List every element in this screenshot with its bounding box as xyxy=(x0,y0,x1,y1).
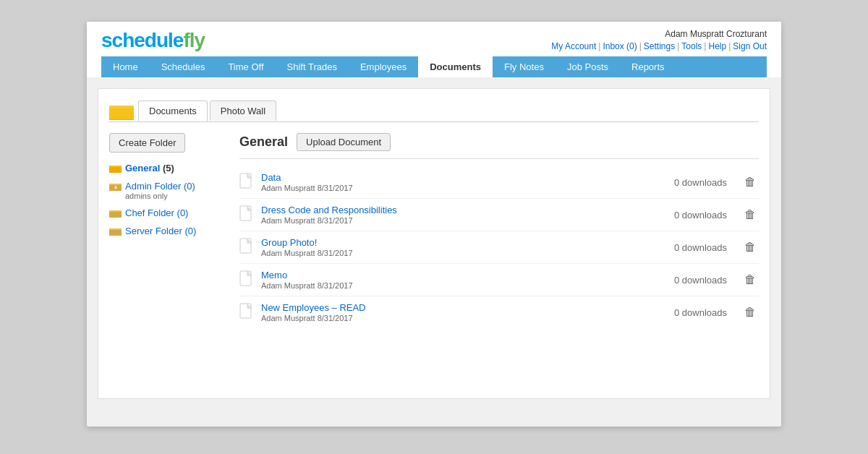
sidebar: Create Folder General xyxy=(109,133,225,328)
file-icon xyxy=(239,303,255,322)
sep5: | xyxy=(728,41,731,51)
svg-rect-3 xyxy=(109,108,134,119)
section-header: General Upload Document xyxy=(239,133,759,159)
doc-meta: Adam Muspratt 8/31/2017 xyxy=(261,184,655,192)
doc-info: Memo Adam Muspratt 8/31/2017 xyxy=(261,270,655,290)
header-top: schedulefly Adam Muspratt Crozturant My … xyxy=(101,29,767,56)
doc-name-link[interactable]: Dress Code and Responsibilities xyxy=(261,205,397,215)
folder-lock-icon xyxy=(109,181,122,192)
header: schedulefly Adam Muspratt Crozturant My … xyxy=(87,22,781,77)
settings-link[interactable]: Settings xyxy=(644,41,675,51)
nav-job-posts[interactable]: Job Posts xyxy=(556,56,620,77)
doc-name-link[interactable]: Data xyxy=(261,172,281,183)
header-user: Adam Muspratt Crozturant My Account | In… xyxy=(551,29,767,51)
nav-documents[interactable]: Documents xyxy=(418,56,493,77)
my-account-link[interactable]: My Account xyxy=(551,41,596,51)
file-icon xyxy=(239,238,255,257)
delete-doc-button[interactable]: 🗑 xyxy=(741,239,759,255)
table-row: Memo Adam Muspratt 8/31/2017 0 downloads… xyxy=(239,264,759,296)
doc-info: Group Photo! Adam Muspratt 8/31/2017 xyxy=(261,237,655,257)
file-icon xyxy=(239,205,255,224)
document-list: Data Adam Muspratt 8/31/2017 0 downloads… xyxy=(239,166,759,328)
folder-server-icon xyxy=(109,226,122,236)
folder-item-row: Chef Folder (0) xyxy=(109,207,225,218)
table-row: New Employees – READ Adam Muspratt 8/31/… xyxy=(239,296,759,328)
folder-icon-large xyxy=(109,100,135,121)
folder-server-link[interactable]: Server Folder (0) xyxy=(125,226,196,236)
nav-fly-notes[interactable]: Fly Notes xyxy=(493,56,556,77)
delete-doc-button[interactable]: 🗑 xyxy=(741,304,759,320)
section-title: General xyxy=(239,134,288,150)
header-user-name: Adam Muspratt Crozturant xyxy=(551,29,767,39)
list-item: General (5) xyxy=(109,163,225,174)
main-content: General Upload Document Data Adam Musp xyxy=(239,133,759,328)
sign-out-link[interactable]: Sign Out xyxy=(733,41,767,51)
doc-meta: Adam Muspratt 8/31/2017 xyxy=(261,249,655,257)
list-item: Server Folder (0) xyxy=(109,226,225,236)
folder-admin-link[interactable]: Admin Folder (0) xyxy=(125,181,195,192)
doc-tabs: Documents Photo Wall xyxy=(109,100,759,122)
tab-documents[interactable]: Documents xyxy=(138,100,208,121)
content-area: Documents Photo Wall Create Folder xyxy=(98,88,770,399)
doc-downloads: 0 downloads xyxy=(655,210,727,220)
file-icon xyxy=(239,270,255,289)
doc-name-link[interactable]: New Employees – READ xyxy=(261,302,366,313)
folder-open-icon xyxy=(109,163,122,174)
nav-shift-trades[interactable]: Shift Trades xyxy=(276,56,349,77)
folder-chef-icon xyxy=(109,207,122,218)
folder-chef-link[interactable]: Chef Folder (0) xyxy=(125,207,188,218)
doc-info: Dress Code and Responsibilities Adam Mus… xyxy=(261,205,655,225)
doc-info: New Employees – READ Adam Muspratt 8/31/… xyxy=(261,302,655,322)
doc-name-link[interactable]: Group Photo! xyxy=(261,237,317,248)
svg-rect-5 xyxy=(109,167,122,173)
folder-item-row: Admin Folder (0) xyxy=(109,181,225,192)
folder-list: General (5) xyxy=(109,163,225,236)
doc-meta: Adam Muspratt 8/31/2017 xyxy=(261,281,655,290)
help-link[interactable]: Help xyxy=(708,41,726,51)
doc-downloads: 0 downloads xyxy=(655,275,727,286)
file-icon xyxy=(239,173,255,192)
upload-document-button[interactable]: Upload Document xyxy=(297,133,391,151)
logo: schedulefly xyxy=(101,29,205,52)
doc-name-link[interactable]: Memo xyxy=(261,270,287,280)
tools-link[interactable]: Tools xyxy=(681,41,702,51)
folder-item-row: General (5) xyxy=(109,163,225,174)
svg-rect-15 xyxy=(109,230,122,236)
doc-body: Create Folder General xyxy=(109,133,759,328)
sep2: | xyxy=(639,41,642,51)
table-row: Data Adam Muspratt 8/31/2017 0 downloads… xyxy=(239,166,759,199)
nav-home[interactable]: Home xyxy=(101,56,150,77)
folder-admin-sub: admins only xyxy=(125,192,225,200)
logo-schedule: schedule xyxy=(101,29,183,52)
nav-employees[interactable]: Employees xyxy=(349,56,418,77)
sep4: | xyxy=(704,41,706,51)
list-item: Chef Folder (0) xyxy=(109,207,225,218)
table-row: Group Photo! Adam Muspratt 8/31/2017 0 d… xyxy=(239,231,759,264)
nav-reports[interactable]: Reports xyxy=(620,56,676,77)
header-links: My Account | Inbox (0) | Settings | Tool… xyxy=(551,41,767,51)
inbox-link[interactable]: Inbox (0) xyxy=(603,41,637,51)
nav-schedules[interactable]: Schedules xyxy=(150,56,217,77)
doc-info: Data Adam Muspratt 8/31/2017 xyxy=(261,172,655,192)
delete-doc-button[interactable]: 🗑 xyxy=(741,174,759,190)
table-row: Dress Code and Responsibilities Adam Mus… xyxy=(239,199,759,231)
sep3: | xyxy=(677,41,679,51)
doc-downloads: 0 downloads xyxy=(655,242,727,253)
create-folder-button[interactable]: Create Folder xyxy=(109,133,185,153)
main-nav: Home Schedules Time Off Shift Trades Emp… xyxy=(101,56,767,77)
svg-rect-9 xyxy=(115,187,117,189)
svg-rect-12 xyxy=(109,212,122,218)
logo-fly: fly xyxy=(183,29,205,52)
folder-item-row: Server Folder (0) xyxy=(109,226,225,236)
list-item: Admin Folder (0) admins only xyxy=(109,181,225,200)
doc-meta: Adam Muspratt 8/31/2017 xyxy=(261,314,655,322)
page-wrapper: schedulefly Adam Muspratt Crozturant My … xyxy=(87,22,781,427)
tab-photo-wall[interactable]: Photo Wall xyxy=(210,100,276,121)
folder-general-link[interactable]: General (5) xyxy=(125,163,174,174)
delete-doc-button[interactable]: 🗑 xyxy=(741,272,759,288)
doc-downloads: 0 downloads xyxy=(655,177,727,188)
nav-time-off[interactable]: Time Off xyxy=(216,56,275,77)
sep1: | xyxy=(598,41,600,51)
delete-doc-button[interactable]: 🗑 xyxy=(741,207,759,223)
doc-downloads: 0 downloads xyxy=(655,307,727,318)
